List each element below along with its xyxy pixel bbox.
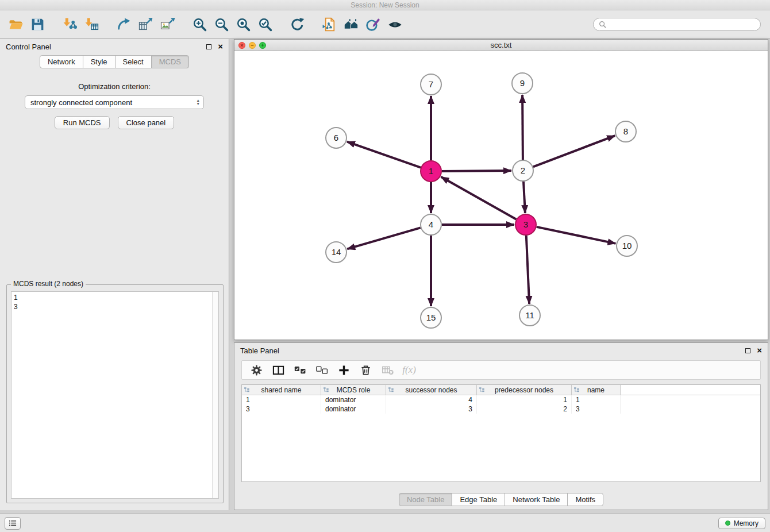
optimization-value: strongly connected component — [30, 98, 132, 107]
table-row[interactable]: 3dominator323 — [242, 404, 760, 414]
zoom-selected-button[interactable] — [254, 13, 276, 37]
tab-style[interactable]: Style — [83, 55, 116, 68]
tab-network-table[interactable]: Network Table — [505, 493, 568, 506]
home-button[interactable] — [340, 13, 362, 37]
graph-edge-2-8[interactable] — [533, 136, 615, 167]
graph-node-3[interactable]: 3 — [515, 214, 536, 235]
zoom-fit-button[interactable] — [232, 13, 254, 37]
show-details-button[interactable] — [384, 13, 406, 37]
control-panel: Control Panel × NetworkStyleSelectMCDS O… — [0, 39, 229, 510]
result-line: 3 — [14, 302, 216, 311]
zoom-out-button[interactable] — [210, 13, 232, 37]
import-table-icon — [84, 17, 99, 32]
graph-node-11[interactable]: 11 — [519, 305, 540, 326]
graph-edge-3-1[interactable] — [441, 177, 516, 219]
export-image-button[interactable] — [156, 13, 178, 37]
tab-network[interactable]: Network — [40, 55, 83, 68]
delete-table-button[interactable] — [376, 361, 398, 379]
close-window-button[interactable]: × — [238, 42, 245, 49]
close-panel-button[interactable]: × — [218, 44, 223, 49]
column-header-successor-nodes[interactable]: successor nodes — [386, 385, 477, 395]
graph-edge-3-10[interactable] — [537, 227, 616, 244]
network-canvas[interactable]: 7968124314101511 — [234, 51, 768, 340]
search-input[interactable] — [609, 20, 755, 29]
delete-column-button[interactable] — [355, 361, 376, 379]
zoom-out-icon — [214, 17, 229, 32]
graph-node-6[interactable]: 6 — [326, 128, 346, 148]
save-session-button[interactable] — [26, 13, 48, 37]
table-cell: 1 — [572, 395, 621, 404]
main-toolbar — [0, 10, 770, 39]
close-mcds-panel-button[interactable]: Close panel — [118, 116, 175, 129]
graph-edge-3-11[interactable] — [526, 236, 529, 304]
toggle-columns-button[interactable] — [267, 361, 289, 379]
column-header-mcds-role[interactable]: MCDS role — [321, 385, 386, 395]
gear-icon — [251, 364, 263, 376]
import-table-button[interactable] — [80, 13, 102, 37]
clipboard-network-button[interactable] — [318, 13, 340, 37]
column-header-label: shared name — [261, 386, 301, 394]
tab-edge-table[interactable]: Edge Table — [452, 493, 505, 506]
export-table-button[interactable] — [134, 13, 156, 37]
tab-mcds[interactable]: MCDS — [151, 55, 189, 68]
table-cell: 3 — [386, 404, 477, 414]
run-mcds-button[interactable]: Run MCDS — [55, 116, 110, 129]
graph-node-15[interactable]: 15 — [421, 307, 441, 328]
svg-text:1: 1 — [429, 166, 433, 176]
graph-node-1[interactable]: 1 — [421, 161, 441, 182]
add-column-button[interactable] — [333, 361, 355, 379]
graph-edge-2-3[interactable] — [523, 182, 525, 213]
graph-node-8[interactable]: 8 — [615, 121, 636, 142]
column-header-shared-name[interactable]: shared name — [242, 385, 321, 395]
refresh-button[interactable] — [286, 13, 308, 37]
network-window-titlebar: × − + scc.txt — [234, 40, 768, 51]
import-network-button[interactable] — [59, 13, 80, 37]
graph-node-10[interactable]: 10 — [617, 236, 637, 256]
zoom-in-button[interactable] — [188, 13, 210, 37]
apply-style-button[interactable] — [362, 13, 384, 37]
graph-edge-2-9[interactable] — [522, 95, 523, 160]
memory-button[interactable]: Memory — [718, 518, 765, 529]
window-title: Session: New Session — [351, 1, 419, 9]
graph-node-2[interactable]: 2 — [513, 160, 533, 181]
float-panel-button[interactable] — [206, 44, 211, 49]
close-table-panel-button[interactable]: × — [757, 348, 762, 353]
export-network-button[interactable] — [113, 13, 134, 37]
network-window: × − + scc.txt 7968124314101511 — [234, 39, 768, 340]
result-scrollbar[interactable] — [212, 292, 218, 498]
function-builder-button[interactable]: f(x) — [398, 361, 420, 379]
table-panel-title: Table Panel — [240, 346, 279, 355]
tab-motifs[interactable]: Motifs — [567, 493, 603, 506]
float-table-panel-button[interactable] — [745, 348, 750, 353]
zoom-selected-icon — [257, 17, 273, 32]
column-header-name[interactable]: name — [572, 385, 621, 395]
control-panel-title: Control Panel — [6, 43, 51, 51]
graph-node-9[interactable]: 9 — [512, 73, 533, 94]
graph-node-4[interactable]: 4 — [421, 214, 441, 235]
column-tree-icon — [323, 387, 329, 393]
node-table: shared nameMCDS rolesuccessor nodesprede… — [241, 384, 761, 482]
select-all-button[interactable] — [289, 361, 311, 379]
open-file-button[interactable] — [5, 13, 26, 37]
column-header-predecessor-nodes[interactable]: predecessor nodes — [477, 385, 572, 395]
minimize-window-button[interactable]: − — [249, 42, 256, 49]
tab-select[interactable]: Select — [115, 55, 152, 68]
tab-node-table[interactable]: Node Table — [399, 493, 453, 506]
optimization-select[interactable]: strongly connected component ▲▼ — [25, 95, 204, 109]
result-line: 1 — [14, 293, 216, 302]
graph-edge-1-6[interactable] — [347, 142, 421, 168]
zoom-window-button[interactable]: + — [259, 42, 266, 49]
column-header-label: successor nodes — [405, 386, 457, 394]
graph-edge-1-2[interactable] — [442, 171, 511, 171]
deselect-all-button[interactable] — [311, 361, 333, 379]
panel-menu-button[interactable] — [5, 517, 21, 530]
table-row[interactable]: 1dominator411 — [242, 395, 760, 404]
column-tree-icon — [573, 387, 580, 393]
mcds-result-list[interactable]: 13 — [11, 291, 219, 499]
graph-node-7[interactable]: 7 — [421, 74, 441, 95]
graph-edge-4-14[interactable] — [347, 228, 421, 249]
table-settings-button[interactable] — [245, 361, 267, 379]
export-image-icon — [160, 17, 175, 32]
graph-node-14[interactable]: 14 — [326, 242, 346, 263]
table-cell: dominator — [321, 404, 386, 414]
